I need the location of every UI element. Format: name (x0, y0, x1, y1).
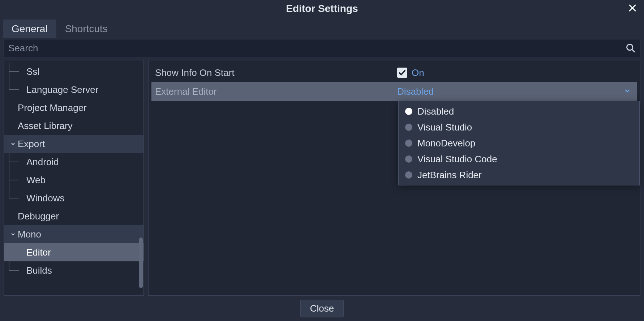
tree-item-android[interactable]: Android (4, 153, 143, 171)
window-close-button[interactable] (626, 1, 639, 14)
search-row (4, 39, 640, 57)
chevron-down-icon (10, 141, 16, 147)
tree-item-language-server[interactable]: Language Server (4, 81, 143, 99)
close-icon (628, 4, 637, 12)
option-monodevelop[interactable]: MonoDevelop (399, 135, 639, 151)
show-info-checkbox[interactable] (397, 68, 407, 78)
property-external-editor: External Editor Disabled (151, 82, 637, 101)
tree-item-label: Web (26, 175, 46, 186)
radio-icon (405, 108, 412, 115)
property-label: Show Info On Start (151, 67, 397, 78)
tree-item-windows[interactable]: Windows (4, 189, 143, 207)
tree-item-label: Windows (26, 193, 64, 204)
tree-item-mono[interactable]: Mono (4, 225, 143, 243)
radio-icon (405, 124, 412, 131)
option-disabled[interactable]: Disabled (399, 103, 639, 119)
tab-bar: General Shortcuts (0, 20, 644, 38)
option-label: Disabled (417, 106, 454, 117)
tree-item-project-manager[interactable]: Project Manager (4, 99, 143, 117)
svg-line-3 (632, 50, 635, 52)
tree-item-label: Ssl (26, 66, 39, 77)
option-label: JetBrains Rider (417, 170, 482, 181)
property-label: External Editor (151, 86, 397, 97)
tree-item-label: Asset Library (18, 120, 73, 132)
external-editor-popup: Disabled Visual Studio MonoDevelop Visua… (398, 101, 640, 185)
radio-icon (405, 140, 412, 147)
chevron-down-icon (10, 231, 16, 237)
sidebar-scrollbar[interactable] (139, 237, 143, 288)
tree-item-asset-library[interactable]: Asset Library (4, 117, 143, 135)
chevron-down-icon (623, 86, 631, 97)
tab-general[interactable]: General (3, 20, 56, 38)
checkbox-value-label: On (412, 67, 424, 78)
category-tree: Ssl Language Server Project Manager (4, 60, 144, 296)
tree-item-label: Mono (18, 229, 41, 240)
option-jetbrains-rider[interactable]: JetBrains Rider (399, 167, 639, 183)
body: Ssl Language Server Project Manager (0, 60, 644, 296)
search-icon[interactable] (626, 43, 636, 53)
window-title: Editor Settings (286, 3, 358, 14)
option-label: Visual Studio Code (417, 154, 497, 165)
tree-item-debugger[interactable]: Debugger (4, 207, 143, 225)
editor-settings-window: Editor Settings General Shortcuts Ssl (0, 0, 644, 321)
tree-item-label: Language Server (26, 84, 98, 95)
tree-item-export[interactable]: Export (4, 135, 143, 153)
tree-item-label: Editor (26, 247, 51, 258)
external-editor-dropdown[interactable]: Disabled (397, 86, 637, 97)
tree-item-label: Export (18, 138, 45, 150)
tree-item-web[interactable]: Web (4, 171, 143, 189)
option-label: Visual Studio (417, 122, 472, 133)
property-show-info-on-start: Show Info On Start On (151, 63, 637, 82)
option-visual-studio[interactable]: Visual Studio (399, 119, 639, 135)
tree-item-label: Debugger (18, 211, 59, 222)
tree-item-label: Project Manager (18, 102, 87, 114)
option-visual-studio-code[interactable]: Visual Studio Code (399, 151, 639, 167)
dropdown-value: Disabled (397, 86, 434, 97)
search-input[interactable] (8, 43, 626, 54)
tree-item-label: Android (26, 157, 59, 168)
tree-item-ssl[interactable]: Ssl (4, 63, 143, 81)
radio-icon (405, 155, 412, 163)
radio-icon (405, 171, 412, 179)
property-panel: Show Info On Start On External Editor Di… (148, 60, 640, 296)
titlebar: Editor Settings (0, 0, 644, 17)
tree-item-editor[interactable]: Editor (4, 243, 143, 261)
tree-item-label: Builds (26, 265, 52, 276)
option-label: MonoDevelop (417, 138, 475, 149)
tree-item-builds[interactable]: Builds (4, 261, 143, 279)
tab-shortcuts[interactable]: Shortcuts (56, 20, 116, 38)
close-button[interactable]: Close (300, 300, 344, 317)
check-icon (398, 69, 406, 77)
footer: Close (0, 296, 644, 321)
